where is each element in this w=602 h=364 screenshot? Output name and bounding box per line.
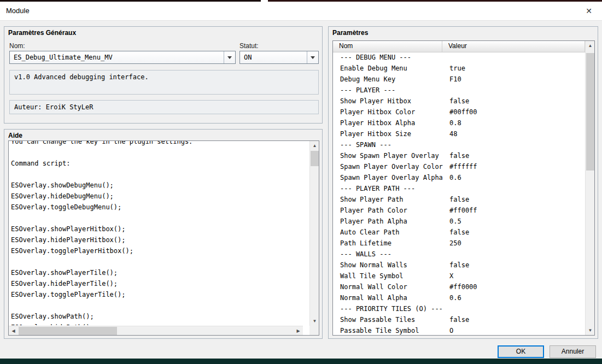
param-value-cell: #00ff00 — [442, 107, 585, 118]
help-line: Command script: — [11, 158, 309, 169]
table-row[interactable]: --- PLAYER --- — [333, 85, 585, 96]
scroll-up-icon[interactable]: ▲ — [586, 41, 595, 50]
table-row[interactable]: --- WALLS --- — [333, 249, 585, 260]
param-name-cell: Spawn Player Overlay Alpha — [333, 172, 442, 183]
params-rows: --- DEBUG MENU ---Enable Debug MenutrueD… — [333, 52, 585, 335]
scroll-down-icon[interactable]: ▼ — [586, 326, 595, 335]
table-row[interactable]: Enable Debug Menutrue — [333, 63, 585, 74]
param-name-cell: Player Hitbox Size — [333, 128, 442, 139]
scroll-left-icon[interactable]: ◀ — [9, 326, 18, 336]
param-name-cell: Player Path Alpha — [333, 216, 442, 227]
author-box: Auteur: EroiK StyLeR — [9, 100, 319, 114]
column-header-name[interactable]: Nom — [333, 41, 442, 52]
general-settings-group: Paramètres Généraux Nom: ES_Debug_Ultima… — [4, 26, 323, 124]
param-value-cell — [442, 249, 585, 260]
table-row[interactable]: Spawn Player Overlay Color#ffffff — [333, 161, 585, 172]
params-vertical-scrollbar[interactable]: ▲ ▼ — [585, 41, 594, 335]
help-vertical-scrollbar[interactable]: ▲ ▼ — [309, 141, 319, 326]
table-row[interactable]: Show Player Pathfalse — [333, 194, 585, 205]
table-row[interactable]: Player Path Alpha0.5 — [333, 216, 585, 227]
plugin-name-select[interactable]: ES_Debug_Ultimate_Menu_MV — [9, 51, 236, 64]
param-value-cell — [442, 183, 585, 194]
description-box: v1.0 Advanced debugging interface. — [9, 70, 319, 95]
table-row[interactable]: Player Hitbox Size48 — [333, 128, 585, 139]
parameters-group: Paramètres Nom Valeur --- DEBUG MENU ---… — [328, 26, 598, 339]
table-row[interactable]: Debug Menu KeyF10 — [333, 74, 585, 85]
table-row[interactable]: Path Lifetime250 — [333, 238, 585, 249]
param-name-cell: Wall Tile Symbol — [333, 271, 442, 281]
table-row[interactable]: Show Spawn Player Overlayfalse — [333, 150, 585, 161]
param-name-cell: Debug Menu Key — [333, 74, 442, 85]
param-name-cell: --- SPAWN --- — [333, 139, 442, 150]
help-line: ESOverlay.togglePlayerHitbox(); — [11, 245, 309, 256]
help-line: ESOverlay.hideDebugMenu(); — [11, 191, 309, 202]
table-row[interactable]: --- DEBUG MENU --- — [333, 52, 585, 63]
help-title: Aide — [8, 132, 22, 139]
param-value-cell: false — [442, 227, 585, 238]
dropdown-arrow-zone — [307, 51, 318, 63]
param-value-cell: false — [442, 96, 585, 107]
parameters-table: Nom Valeur --- DEBUG MENU ---Enable Debu… — [332, 40, 595, 336]
help-text[interactable]: You can change the key in the plugin set… — [8, 140, 319, 336]
table-row[interactable]: Show Normal Wallsfalse — [333, 260, 585, 271]
name-label: Nom: — [9, 42, 25, 50]
help-line: You can change the key in the plugin set… — [11, 141, 309, 147]
table-row[interactable]: Normal Wall Alpha0.6 — [333, 292, 585, 303]
table-header: Nom Valeur — [333, 41, 585, 52]
help-hscroll-thumb[interactable] — [19, 327, 117, 335]
param-name-cell: Show Passable Tiles — [333, 314, 442, 325]
close-icon[interactable]: ✕ — [583, 5, 595, 17]
scroll-up-icon[interactable]: ▲ — [310, 141, 319, 150]
help-horizontal-scrollbar[interactable]: ◀ ▶ — [9, 326, 303, 335]
param-name-cell: Normal Wall Alpha — [333, 292, 442, 303]
window-title: Module — [6, 7, 30, 15]
scroll-right-icon[interactable]: ▶ — [294, 326, 303, 336]
param-name-cell: --- WALLS --- — [333, 249, 442, 260]
param-name-cell: Show Player Hitbox — [333, 96, 442, 107]
dropdown-arrow-icon — [227, 56, 232, 59]
param-name-cell: --- PRIORITY TILES (O) --- — [333, 303, 442, 314]
status-select[interactable]: ON — [239, 51, 319, 64]
help-line: ESOverlay.showPath(); — [11, 311, 309, 322]
help-line — [11, 147, 309, 158]
help-line — [11, 213, 309, 224]
param-value-cell — [442, 139, 585, 150]
help-line: ESOverlay.hidePath(); — [11, 322, 309, 325]
param-name-cell: --- PLAYER --- — [333, 85, 442, 96]
table-row[interactable]: --- PLAYER PATH --- — [333, 183, 585, 194]
scrollbar-corner — [309, 326, 319, 335]
cancel-button[interactable]: Annuler — [550, 345, 596, 358]
table-row[interactable]: Show Player Hitboxfalse — [333, 96, 585, 107]
help-vscroll-thumb[interactable] — [311, 151, 319, 166]
param-value-cell: 0.8 — [442, 118, 585, 128]
table-row[interactable]: Player Hitbox Alpha0.8 — [333, 118, 585, 128]
table-row[interactable]: Show Passable Tilesfalse — [333, 314, 585, 325]
param-value-cell: #ffffff — [442, 161, 585, 172]
param-value-cell: false — [442, 314, 585, 325]
param-name-cell: Path Lifetime — [333, 238, 442, 249]
params-vscroll-thumb[interactable] — [586, 53, 594, 171]
param-value-cell: 0.6 — [442, 292, 585, 303]
param-name-cell: Normal Wall Color — [333, 281, 442, 292]
table-row[interactable]: --- PRIORITY TILES (O) --- — [333, 303, 585, 314]
table-row[interactable]: Wall Tile SymbolX — [333, 271, 585, 281]
dropdown-arrow-zone — [224, 51, 235, 63]
table-row[interactable]: Passable Tile SymbolO — [333, 325, 585, 335]
table-row[interactable]: Spawn Player Overlay Alpha0.6 — [333, 172, 585, 183]
column-header-value[interactable]: Valeur — [442, 41, 585, 52]
table-row[interactable]: Auto Clear Pathfalse — [333, 227, 585, 238]
help-text-content: You can change the key in the plugin set… — [11, 141, 309, 325]
table-row[interactable]: --- SPAWN --- — [333, 139, 585, 150]
param-value-cell — [442, 52, 585, 63]
help-line: ESOverlay.showPlayerHitbox(); — [11, 224, 309, 234]
help-text-clip: You can change the key in the plugin set… — [11, 141, 309, 325]
ok-button[interactable]: OK — [498, 345, 544, 358]
status-label: Statut: — [239, 42, 259, 50]
param-name-cell: Player Path Color — [333, 205, 442, 216]
table-row[interactable]: Player Path Color#ff00ff — [333, 205, 585, 216]
param-name-cell: Player Hitbox Alpha — [333, 118, 442, 128]
table-row[interactable]: Player Hitbox Color#00ff00 — [333, 107, 585, 118]
param-value-cell: 0.5 — [442, 216, 585, 227]
table-row[interactable]: Normal Wall Color#ff0000 — [333, 281, 585, 292]
scroll-down-icon[interactable]: ▼ — [310, 316, 319, 326]
